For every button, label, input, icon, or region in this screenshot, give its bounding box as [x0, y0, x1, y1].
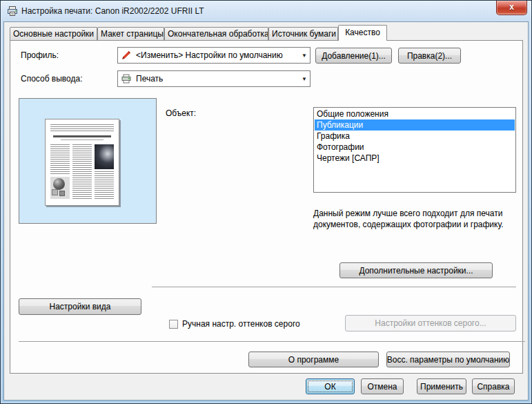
- restore-defaults-button[interactable]: Восс. параметры по умолчанию: [386, 352, 510, 367]
- edit-profile-button[interactable]: Правка(2)...: [398, 48, 461, 64]
- profile-value: <Изменить> Настройки по умолчанию: [136, 50, 299, 60]
- output-method-label: Способ вывода:: [21, 70, 83, 87]
- separator: [152, 287, 516, 287]
- tab-main-settings[interactable]: Основные настройки: [10, 27, 97, 40]
- profile-label: Профиль:: [21, 47, 59, 64]
- preview-text-column: [95, 171, 114, 200]
- sphere-graphic: [53, 178, 65, 190]
- tab-page-quality: Профиль: <Изменить> Настройки по умолчан…: [10, 40, 523, 374]
- close-button[interactable]: x: [496, 1, 527, 15]
- add-profile-button[interactable]: Добавление(1)...: [315, 48, 392, 64]
- preview-text-column: [72, 144, 92, 200]
- list-item-graphics[interactable]: Графика: [315, 131, 515, 142]
- preview-columns: [50, 144, 114, 200]
- list-item-publications[interactable]: Публикации: [315, 119, 515, 131]
- tab-paper-source[interactable]: Источник бумаги: [268, 27, 338, 40]
- tab-page-setup[interactable]: Макет страницы: [97, 27, 164, 40]
- help-button[interactable]: Справка: [472, 378, 515, 394]
- preview-text-column: [50, 144, 70, 175]
- output-method-value: Печать: [136, 74, 299, 84]
- preview-subheading: [61, 140, 104, 140]
- print-preview-panel[interactable]: [19, 98, 157, 224]
- list-item-photos[interactable]: Фотографии: [315, 142, 515, 153]
- list-item-general[interactable]: Общие положения: [315, 108, 515, 119]
- preview-photo-image: [95, 144, 114, 169]
- cancel-button[interactable]: Отмена: [361, 378, 404, 394]
- view-settings-button[interactable]: Настройки вида: [19, 298, 141, 315]
- objective-label: Объект:: [166, 105, 196, 122]
- titlebar[interactable]: Настройка печати: Canon iR2002/2202 UFRI…: [1, 1, 531, 21]
- cube-graphic: [52, 189, 58, 195]
- print-output-icon: [121, 73, 132, 84]
- profile-combobox[interactable]: <Изменить> Настройки по умолчанию ▼: [117, 47, 311, 64]
- tab-finishing[interactable]: Окончательная обработка: [164, 27, 268, 40]
- objective-description: Данный режим лучше всего подходит для пе…: [313, 208, 522, 230]
- window-title: Настройка печати: Canon iR2002/2202 UFRI…: [21, 6, 204, 16]
- preview-heading: [53, 135, 112, 137]
- separator: [19, 341, 525, 342]
- preview-paragraph: [50, 124, 114, 132]
- preview-document: [45, 119, 119, 206]
- close-icon: x: [509, 2, 514, 12]
- output-method-combobox[interactable]: Печать ▼: [117, 70, 311, 87]
- tab-quality[interactable]: Качество: [338, 25, 387, 41]
- list-item-designs-cad[interactable]: Чертежи [САПР]: [315, 153, 515, 164]
- cube-graphic: [59, 191, 65, 196]
- advanced-settings-button[interactable]: Дополнительные настройки...: [339, 262, 493, 278]
- manual-grayscale-checkbox[interactable]: [169, 320, 178, 329]
- printer-icon: [7, 6, 18, 17]
- pencil-icon: [121, 50, 132, 61]
- apply-button[interactable]: Применить: [417, 378, 466, 394]
- manual-grayscale-label[interactable]: Ручная настр. оттенков серого: [182, 318, 300, 329]
- about-button[interactable]: О программе: [248, 352, 379, 367]
- grayscale-settings-button: Настройки оттенков серого...: [345, 315, 516, 331]
- chevron-down-icon: ▼: [302, 52, 307, 59]
- ok-button[interactable]: ОК: [306, 378, 355, 394]
- preview-graphic-image: [50, 177, 70, 199]
- chevron-down-icon: ▼: [302, 76, 307, 82]
- print-preferences-dialog: Настройка печати: Canon iR2002/2202 UFRI…: [0, 0, 532, 404]
- objective-listbox[interactable]: Общие положения Публикации Графика Фотог…: [313, 107, 516, 193]
- dialog-body: Основные настройки Макет страницы Оконча…: [3, 21, 529, 401]
